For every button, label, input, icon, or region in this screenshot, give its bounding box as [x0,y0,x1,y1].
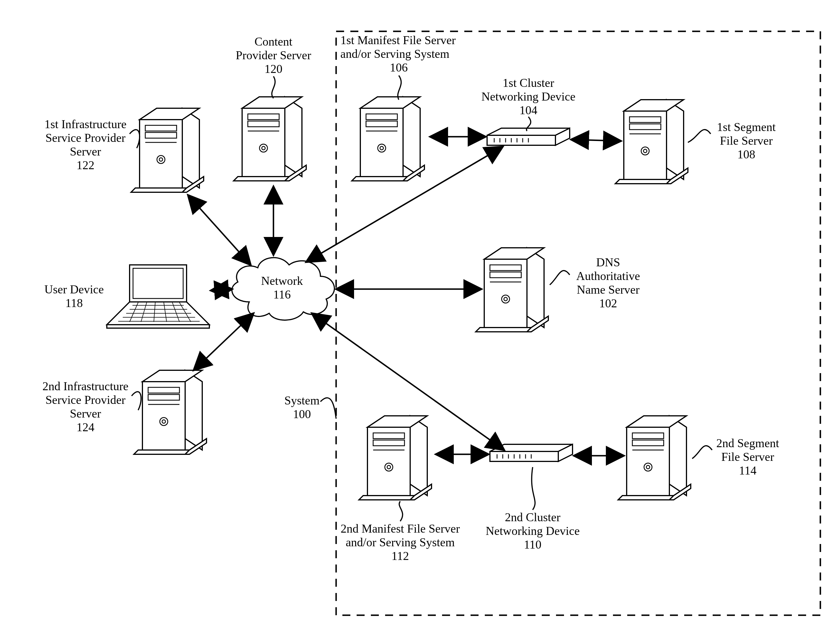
dns-leader [550,271,570,285]
infra2-num: 124 [77,421,95,434]
content-line2: Provider Server [236,49,311,62]
infra1-num: 122 [77,159,95,172]
system-leader [321,398,336,419]
segment1-line1: 1st Segment [717,120,776,134]
infra2-line3: Server [70,407,101,420]
infra2-leader [132,391,141,410]
dns-line3: Name Server [577,283,639,296]
content-server-icon [234,97,306,181]
segment1-leader [688,129,711,142]
manifest2-leader [399,501,403,521]
dns-num: 102 [599,297,617,310]
manifest2-server-icon [359,416,431,500]
manifest2-line1: 2nd Manifest File Server [341,522,460,535]
network-label: Network [261,274,303,287]
manifest2-num: 112 [392,549,409,562]
infra1-line1: 1st Infrastructure [44,118,126,131]
segment2-line1: 2nd Segment [716,437,779,450]
user-laptop-icon [107,265,209,328]
segment2-num: 114 [739,464,756,477]
segment2-leader [692,446,712,459]
infra2-line2: Service Provider [45,393,125,406]
edge-cluster1-segment1 [571,140,621,141]
content-leader [272,76,275,98]
content-num: 120 [265,62,283,76]
cluster2-line1: 2nd Cluster [505,511,561,524]
dns-line1: DNS [596,256,620,269]
user-num: 118 [65,297,83,309]
manifest1-line2: and/or Serving System [340,47,450,60]
cluster2-switch-icon [490,444,573,461]
segment1-line2: File Server [720,134,772,147]
system-num: 100 [293,407,311,421]
cluster1-switch-icon [487,128,570,145]
cluster2-num: 110 [524,538,541,551]
infra1-line2: Service Provider [45,131,125,144]
infra2-server-icon [134,370,207,454]
cluster1-line1: 1st Cluster [503,76,554,90]
infra1-server-icon [131,108,204,192]
segment1-num: 108 [737,148,755,161]
user-line1: User Device [44,283,104,296]
infra1-line3: Server [70,145,101,158]
cluster2-leader [532,467,535,510]
dns-server-icon [476,248,548,332]
cluster1-line2: Networking Device [482,90,575,103]
edge-user-network [211,289,232,290]
cluster1-num: 104 [519,104,537,117]
segment2-line2: File Server [721,450,774,463]
manifest1-leader [398,76,401,100]
infra1-leader [129,129,140,148]
content-line1: Content [255,35,292,48]
manifest1-server-icon [352,97,425,181]
dns-line2: Authoritative [576,270,640,282]
manifest1-num: 106 [390,61,408,74]
manifest1-line1: 1st Manifest File Server [340,34,456,47]
diagram-canvas: Network 116 1st Infrastructure Service P… [0,0,840,636]
network-num: 116 [273,288,291,301]
cluster2-line2: Networking Device [486,524,579,537]
manifest2-line2: and/or Serving System [346,536,455,549]
segment2-server-icon [618,416,691,500]
system-line1: System [284,394,320,407]
edge-infra1-network [188,195,251,265]
segment1-server-icon [615,100,688,184]
infra2-line1: 2nd Infrastructure [43,380,128,393]
